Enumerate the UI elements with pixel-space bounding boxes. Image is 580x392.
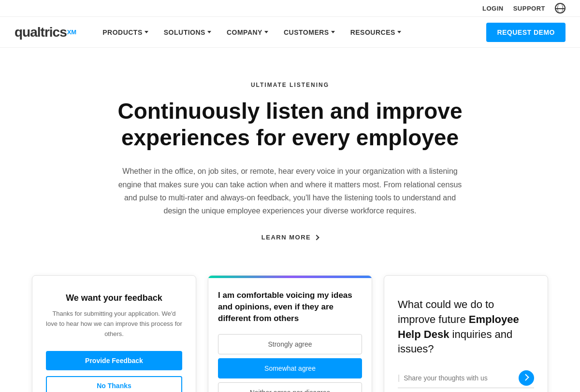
- hero-description: Whether in the office, on job sites, or …: [116, 165, 464, 217]
- hero-eyebrow: ULTIMATE LISTENING: [87, 82, 493, 88]
- nav-resources[interactable]: RESOURCES: [344, 25, 408, 40]
- chevron-down-icon: [331, 31, 335, 33]
- main-nav: qualtricsXM PRODUCTS SOLUTIONS COMPANY C…: [0, 17, 580, 48]
- request-demo-button[interactable]: REQUEST DEMO: [486, 23, 566, 42]
- nav-cta: REQUEST DEMO: [486, 23, 566, 42]
- provide-feedback-button[interactable]: Provide Feedback: [46, 351, 182, 370]
- chevron-down-icon: [397, 31, 401, 33]
- chevron-down-icon: [264, 31, 268, 33]
- survey-option-1[interactable]: Strongly agree: [218, 334, 362, 354]
- nav-links: PRODUCTS SOLUTIONS COMPANY CUSTOMERS RES…: [96, 25, 486, 40]
- chevron-down-icon: [145, 31, 148, 33]
- helpdesk-input-area: |: [398, 370, 534, 388]
- survey-card: I am comfortable voicing my ideas and op…: [208, 275, 372, 392]
- survey-option-3[interactable]: Neither agree nor disagree: [218, 382, 362, 392]
- survey-body: I am comfortable voicing my ideas and op…: [208, 278, 372, 392]
- hero-title: Continuously listen and improve experien…: [87, 98, 493, 151]
- chevron-right-icon: [314, 235, 319, 240]
- learn-more-link[interactable]: LEARN MORE: [261, 234, 319, 241]
- cards-section: We want your feedback Thanks for submitt…: [0, 266, 580, 392]
- nav-customers[interactable]: CUSTOMERS: [277, 25, 342, 40]
- feedback-card-title: We want your feedback: [66, 293, 162, 303]
- chevron-down-icon: [207, 31, 211, 33]
- nav-products[interactable]: PRODUCTS: [96, 25, 155, 40]
- hero-section: ULTIMATE LISTENING Continuously listen a…: [72, 48, 508, 266]
- helpdesk-submit-button[interactable]: [519, 370, 534, 386]
- nav-solutions[interactable]: SOLUTIONS: [157, 25, 218, 40]
- language-selector-icon[interactable]: [555, 3, 566, 14]
- top-utility-bar: LOGIN SUPPORT: [0, 0, 580, 17]
- logo-text: qualtrics: [14, 25, 67, 40]
- feedback-card: We want your feedback Thanks for submitt…: [32, 275, 196, 392]
- survey-option-2[interactable]: Somewhat agree: [218, 358, 362, 378]
- input-bar-icon: |: [398, 374, 400, 382]
- no-thanks-button[interactable]: No Thanks: [46, 376, 182, 392]
- login-link[interactable]: LOGIN: [482, 5, 504, 12]
- feedback-card-text: Thanks for submitting your application. …: [46, 309, 182, 339]
- nav-company[interactable]: COMPANY: [220, 25, 275, 40]
- helpdesk-card: What could we do to improve future Emplo…: [384, 275, 548, 392]
- survey-question: I am comfortable voicing my ideas and op…: [218, 290, 362, 324]
- helpdesk-input[interactable]: [404, 374, 515, 382]
- helpdesk-card-title: What could we do to improve future Emplo…: [398, 297, 534, 357]
- logo[interactable]: qualtricsXM: [14, 25, 76, 40]
- support-link[interactable]: SUPPORT: [513, 5, 545, 12]
- logo-xm: XM: [67, 28, 77, 36]
